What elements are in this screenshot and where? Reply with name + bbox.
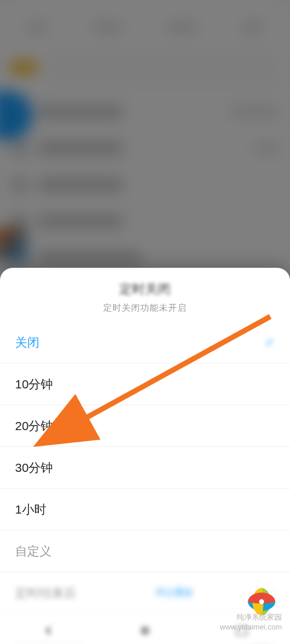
timer-options-list: 关闭 ✓ 10分钟 20分钟 30分钟 1小时 自定义 定时结束后 停止播放 ›… (0, 322, 290, 644)
check-icon: ✓ (264, 335, 275, 350)
timer-sheet: 定时关闭 定时关闭功能未开启 关闭 ✓ 10分钟 20分钟 30分钟 1小时 自… (0, 268, 290, 644)
option-label: 20分钟 (15, 418, 53, 434)
option-after-end[interactable]: 定时结束后 停止播放 › (0, 572, 290, 614)
nav-home-icon[interactable] (137, 623, 153, 639)
nav-recent-icon[interactable] (234, 623, 250, 639)
option-30min[interactable]: 30分钟 (0, 447, 290, 489)
option-10min[interactable]: 10分钟 (0, 363, 290, 405)
nav-back-icon[interactable] (40, 623, 56, 639)
chevron-right-icon: › (272, 588, 275, 598)
option-20min[interactable]: 20分钟 (0, 405, 290, 447)
option-off[interactable]: 关闭 ✓ (0, 322, 290, 363)
option-label: 自定义 (15, 543, 52, 559)
sheet-subtitle: 定时关闭功能未开启 (0, 303, 290, 314)
option-label: 定时结束后 (15, 585, 76, 601)
option-label: 30分钟 (15, 460, 53, 476)
option-1hr[interactable]: 1小时 (0, 489, 290, 530)
svg-rect-0 (141, 627, 149, 635)
option-label: 关闭 (15, 334, 39, 351)
svg-rect-1 (236, 627, 247, 635)
system-nav-bar (0, 617, 290, 644)
sheet-title: 定时关闭 (0, 281, 290, 298)
option-label: 1小时 (15, 501, 46, 518)
option-value: 停止播放 (155, 587, 193, 599)
option-label: 10分钟 (15, 376, 53, 392)
option-custom[interactable]: 自定义 (0, 530, 290, 572)
